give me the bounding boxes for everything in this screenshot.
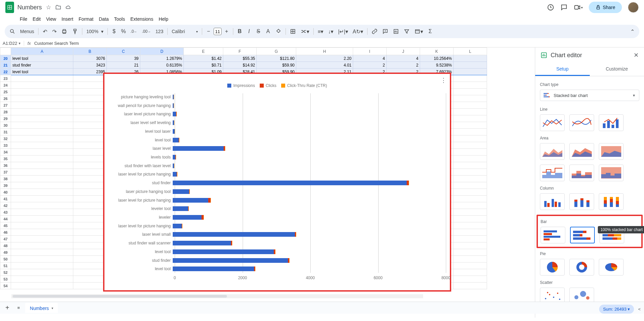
- cell[interactable]: [73, 89, 107, 95]
- percent-icon[interactable]: %: [119, 27, 128, 36]
- col-header[interactable]: H: [296, 48, 353, 55]
- cell[interactable]: [73, 135, 107, 142]
- cell[interactable]: [454, 142, 487, 149]
- all-sheets-icon[interactable]: ≡: [15, 303, 23, 312]
- comments-icon[interactable]: [560, 4, 568, 11]
- col-header[interactable]: L: [454, 48, 487, 55]
- thumb-100-area[interactable]: [599, 143, 624, 160]
- thumb-combo[interactable]: [599, 114, 624, 131]
- merge-icon[interactable]: ▾: [299, 27, 311, 36]
- cell[interactable]: 4: [353, 55, 387, 62]
- cell[interactable]: [454, 55, 487, 62]
- decrease-decimal-icon[interactable]: .0←: [129, 27, 139, 36]
- cell[interactable]: [73, 283, 107, 289]
- cell[interactable]: [73, 236, 107, 242]
- sheet-tab[interactable]: Numbers▾: [25, 303, 58, 313]
- cell[interactable]: [11, 202, 73, 209]
- add-sheet-icon[interactable]: +: [3, 302, 12, 314]
- cell[interactable]: [11, 249, 73, 256]
- row-header[interactable]: 26: [0, 95, 11, 102]
- tab-setup[interactable]: Setup: [535, 63, 590, 76]
- horizontal-scrollbar[interactable]: [11, 294, 423, 298]
- chart-menu-icon[interactable]: ⋮: [440, 77, 447, 84]
- menu-format[interactable]: Format: [76, 15, 96, 23]
- cell[interactable]: [454, 62, 487, 69]
- cell[interactable]: 0.6135%: [140, 62, 184, 69]
- col-header[interactable]: F: [223, 48, 257, 55]
- collapse-toolbar-icon[interactable]: ⌃: [628, 27, 637, 36]
- thumb-step-area[interactable]: [540, 165, 565, 181]
- menu-data[interactable]: Data: [96, 15, 111, 23]
- cell[interactable]: [73, 189, 107, 196]
- cell[interactable]: level tool: [11, 69, 73, 75]
- row-header[interactable]: 30: [0, 122, 11, 129]
- cell[interactable]: 3423: [73, 62, 107, 69]
- cell[interactable]: 1.2679%: [140, 55, 184, 62]
- increase-decimal-icon[interactable]: .00→: [140, 27, 153, 36]
- cell[interactable]: [73, 75, 107, 82]
- menu-insert[interactable]: Insert: [59, 15, 76, 23]
- row-header[interactable]: 52: [0, 269, 11, 276]
- cell[interactable]: [73, 142, 107, 149]
- cell[interactable]: [454, 69, 487, 75]
- cell[interactable]: [11, 95, 73, 102]
- formula-bar[interactable]: Customer Search Term: [34, 41, 79, 46]
- col-header[interactable]: G: [257, 48, 296, 55]
- cell[interactable]: $0.71: [184, 62, 223, 69]
- row-header[interactable]: 38: [0, 176, 11, 182]
- cell[interactable]: [73, 176, 107, 182]
- cell[interactable]: $55.35: [223, 55, 257, 62]
- row-header[interactable]: 46: [0, 229, 11, 236]
- cell[interactable]: [73, 256, 107, 262]
- cell[interactable]: $59.90: [257, 62, 296, 69]
- cell[interactable]: 21: [107, 62, 140, 69]
- cell[interactable]: [454, 135, 487, 142]
- thumb-3d-pie[interactable]: [599, 259, 624, 276]
- cell[interactable]: [11, 162, 73, 169]
- cell[interactable]: $1.42: [184, 55, 223, 62]
- cell[interactable]: [11, 149, 73, 155]
- cell[interactable]: [454, 249, 487, 256]
- cell[interactable]: [454, 109, 487, 115]
- thumb-smooth-line[interactable]: [569, 114, 594, 131]
- cell[interactable]: [73, 216, 107, 222]
- text-color-icon[interactable]: A: [263, 27, 273, 36]
- cell[interactable]: [454, 129, 487, 135]
- cell[interactable]: [11, 276, 73, 283]
- cell[interactable]: [454, 229, 487, 236]
- cell[interactable]: [73, 209, 107, 216]
- cell[interactable]: [454, 169, 487, 176]
- rotate-icon[interactable]: A↻▾: [351, 27, 366, 36]
- cell[interactable]: [11, 155, 73, 162]
- cell[interactable]: [73, 182, 107, 189]
- cell[interactable]: [11, 209, 73, 216]
- cloud-icon[interactable]: [65, 4, 71, 10]
- name-box[interactable]: A1:D22▼: [0, 41, 24, 46]
- valign-icon[interactable]: ↓▾: [326, 27, 335, 36]
- row-header[interactable]: 22: [0, 69, 11, 75]
- paint-format-icon[interactable]: [70, 27, 80, 36]
- menu-file[interactable]: File: [17, 15, 30, 23]
- cell[interactable]: [73, 202, 107, 209]
- borders-icon[interactable]: [288, 27, 298, 36]
- wrap-icon[interactable]: |↵|▾: [336, 27, 350, 36]
- halign-icon[interactable]: ≡▾: [316, 27, 325, 36]
- cell[interactable]: level tool: [11, 55, 73, 62]
- cell[interactable]: [11, 222, 73, 229]
- cell[interactable]: [73, 222, 107, 229]
- cell[interactable]: [454, 102, 487, 109]
- row-header[interactable]: 39: [0, 182, 11, 189]
- row-header[interactable]: 33: [0, 142, 11, 149]
- cell[interactable]: [11, 142, 73, 149]
- cell[interactable]: $14.92: [223, 62, 257, 69]
- row-header[interactable]: 24: [0, 82, 11, 89]
- font-size-input[interactable]: [214, 28, 222, 35]
- col-header[interactable]: I: [353, 48, 387, 55]
- comment-icon[interactable]: [380, 27, 390, 36]
- cell[interactable]: [11, 89, 73, 95]
- cell[interactable]: [454, 75, 487, 82]
- cell[interactable]: [454, 196, 487, 202]
- col-header[interactable]: D: [140, 48, 184, 55]
- row-header[interactable]: 27: [0, 102, 11, 109]
- cell[interactable]: [73, 162, 107, 169]
